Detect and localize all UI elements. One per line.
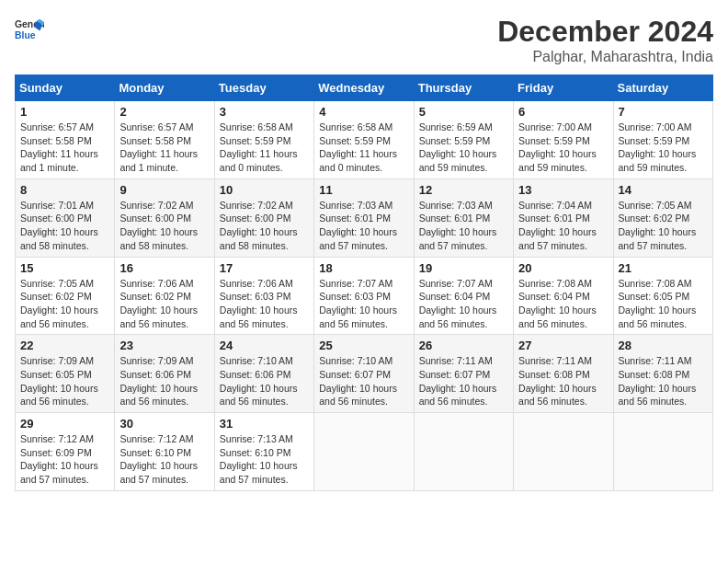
- calendar-header-tuesday: Tuesday: [214, 75, 313, 101]
- calendar-cell: 30Sunrise: 7:12 AMSunset: 6:10 PMDayligh…: [115, 413, 214, 491]
- logo: General Blue: [15, 15, 44, 44]
- day-info: Sunrise: 7:10 AMSunset: 6:07 PMDaylight:…: [319, 354, 408, 408]
- day-number: 30: [119, 417, 209, 431]
- day-number: 8: [20, 183, 109, 197]
- day-number: 15: [20, 261, 109, 275]
- day-number: 21: [619, 261, 708, 275]
- calendar-header-row: SundayMondayTuesdayWednesdayThursdayFrid…: [16, 75, 713, 101]
- calendar-cell: 11Sunrise: 7:03 AMSunset: 6:01 PMDayligh…: [314, 178, 414, 257]
- svg-text:Blue: Blue: [15, 30, 36, 40]
- calendar-cell: 27Sunrise: 7:11 AMSunset: 6:08 PMDayligh…: [514, 335, 613, 413]
- day-info: Sunrise: 6:57 AMSunset: 5:58 PMDaylight:…: [20, 121, 109, 175]
- day-number: 20: [518, 261, 608, 275]
- day-number: 2: [119, 105, 209, 119]
- day-info: Sunrise: 6:59 AMSunset: 5:59 PMDaylight:…: [419, 121, 508, 175]
- calendar-header-sunday: Sunday: [16, 75, 115, 101]
- day-number: 13: [518, 183, 608, 197]
- calendar-header-monday: Monday: [115, 75, 214, 101]
- day-info: Sunrise: 7:00 AMSunset: 5:59 PMDaylight:…: [518, 121, 608, 175]
- day-number: 31: [220, 417, 309, 431]
- calendar-cell: 17Sunrise: 7:06 AMSunset: 6:03 PMDayligh…: [214, 257, 313, 335]
- calendar-header-saturday: Saturday: [613, 75, 712, 101]
- calendar-cell: 24Sunrise: 7:10 AMSunset: 6:06 PMDayligh…: [214, 335, 313, 413]
- calendar-cell: [514, 413, 613, 491]
- day-number: 29: [20, 417, 109, 431]
- main-title: December 2024: [497, 15, 713, 49]
- day-info: Sunrise: 7:03 AMSunset: 6:01 PMDaylight:…: [419, 199, 508, 253]
- calendar-cell: 2Sunrise: 6:57 AMSunset: 5:58 PMDaylight…: [115, 101, 214, 179]
- day-number: 6: [518, 105, 608, 119]
- day-info: Sunrise: 7:08 AMSunset: 6:04 PMDaylight:…: [518, 277, 608, 331]
- day-number: 10: [220, 183, 309, 197]
- day-number: 18: [319, 261, 408, 275]
- day-info: Sunrise: 7:11 AMSunset: 6:08 PMDaylight:…: [518, 354, 608, 408]
- calendar-cell: 6Sunrise: 7:00 AMSunset: 5:59 PMDaylight…: [514, 101, 613, 179]
- day-info: Sunrise: 7:11 AMSunset: 6:07 PMDaylight:…: [419, 354, 508, 408]
- title-block: December 2024 Palghar, Maharashtra, Indi…: [497, 15, 713, 65]
- day-number: 28: [619, 339, 708, 352]
- calendar-cell: 28Sunrise: 7:11 AMSunset: 6:08 PMDayligh…: [613, 335, 712, 413]
- day-info: Sunrise: 6:58 AMSunset: 5:59 PMDaylight:…: [319, 121, 408, 175]
- calendar-cell: 22Sunrise: 7:09 AMSunset: 6:05 PMDayligh…: [16, 335, 115, 413]
- day-number: 14: [619, 183, 708, 197]
- calendar-cell: 7Sunrise: 7:00 AMSunset: 5:59 PMDaylight…: [613, 101, 712, 179]
- day-number: 9: [119, 183, 209, 197]
- day-info: Sunrise: 7:13 AMSunset: 6:10 PMDaylight:…: [220, 432, 309, 487]
- day-number: 17: [220, 261, 309, 275]
- calendar-cell: 14Sunrise: 7:05 AMSunset: 6:02 PMDayligh…: [613, 178, 712, 257]
- day-info: Sunrise: 7:07 AMSunset: 6:03 PMDaylight:…: [319, 277, 408, 331]
- day-number: 16: [119, 261, 209, 275]
- day-number: 27: [518, 339, 608, 352]
- calendar-cell: 3Sunrise: 6:58 AMSunset: 5:59 PMDaylight…: [214, 101, 313, 179]
- calendar-cell: 19Sunrise: 7:07 AMSunset: 6:04 PMDayligh…: [414, 257, 513, 335]
- day-info: Sunrise: 7:00 AMSunset: 5:59 PMDaylight:…: [619, 121, 708, 175]
- calendar-header-friday: Friday: [514, 75, 613, 101]
- calendar-cell: 29Sunrise: 7:12 AMSunset: 6:09 PMDayligh…: [16, 413, 115, 491]
- calendar-cell: 18Sunrise: 7:07 AMSunset: 6:03 PMDayligh…: [314, 257, 414, 335]
- calendar-cell: 4Sunrise: 6:58 AMSunset: 5:59 PMDaylight…: [314, 101, 414, 179]
- calendar-cell: 31Sunrise: 7:13 AMSunset: 6:10 PMDayligh…: [214, 413, 313, 491]
- calendar-cell: 8Sunrise: 7:01 AMSunset: 6:00 PMDaylight…: [16, 178, 115, 257]
- calendar-week-row: 29Sunrise: 7:12 AMSunset: 6:09 PMDayligh…: [16, 413, 713, 491]
- day-info: Sunrise: 7:01 AMSunset: 6:00 PMDaylight:…: [20, 199, 109, 253]
- calendar-cell: 5Sunrise: 6:59 AMSunset: 5:59 PMDaylight…: [414, 101, 513, 179]
- day-info: Sunrise: 7:06 AMSunset: 6:02 PMDaylight:…: [119, 277, 209, 331]
- day-number: 24: [220, 339, 309, 352]
- calendar-cell: 12Sunrise: 7:03 AMSunset: 6:01 PMDayligh…: [414, 178, 513, 257]
- subtitle: Palghar, Maharashtra, India: [497, 49, 713, 65]
- calendar-table: SundayMondayTuesdayWednesdayThursdayFrid…: [15, 75, 713, 491]
- logo-icon: General Blue: [15, 15, 44, 44]
- day-number: 23: [119, 339, 209, 352]
- calendar-cell: 21Sunrise: 7:08 AMSunset: 6:05 PMDayligh…: [613, 257, 712, 335]
- day-info: Sunrise: 7:06 AMSunset: 6:03 PMDaylight:…: [220, 277, 309, 331]
- calendar-cell: 23Sunrise: 7:09 AMSunset: 6:06 PMDayligh…: [115, 335, 214, 413]
- calendar-cell: [314, 413, 414, 491]
- day-info: Sunrise: 7:12 AMSunset: 6:09 PMDaylight:…: [20, 432, 109, 487]
- day-number: 5: [419, 105, 508, 119]
- calendar-cell: 13Sunrise: 7:04 AMSunset: 6:01 PMDayligh…: [514, 178, 613, 257]
- day-info: Sunrise: 7:09 AMSunset: 6:05 PMDaylight:…: [20, 354, 109, 408]
- day-number: 7: [619, 105, 708, 119]
- calendar-cell: 10Sunrise: 7:02 AMSunset: 6:00 PMDayligh…: [214, 178, 313, 257]
- day-number: 11: [319, 183, 408, 197]
- day-number: 12: [419, 183, 508, 197]
- calendar-week-row: 22Sunrise: 7:09 AMSunset: 6:05 PMDayligh…: [16, 335, 713, 413]
- calendar-week-row: 1Sunrise: 6:57 AMSunset: 5:58 PMDaylight…: [16, 101, 713, 179]
- day-info: Sunrise: 6:58 AMSunset: 5:59 PMDaylight:…: [220, 121, 309, 175]
- calendar-cell: 15Sunrise: 7:05 AMSunset: 6:02 PMDayligh…: [16, 257, 115, 335]
- calendar-header-wednesday: Wednesday: [314, 75, 414, 101]
- calendar-cell: 26Sunrise: 7:11 AMSunset: 6:07 PMDayligh…: [414, 335, 513, 413]
- calendar-cell: 20Sunrise: 7:08 AMSunset: 6:04 PMDayligh…: [514, 257, 613, 335]
- calendar-cell: 1Sunrise: 6:57 AMSunset: 5:58 PMDaylight…: [16, 101, 115, 179]
- day-number: 25: [319, 339, 408, 352]
- day-info: Sunrise: 7:05 AMSunset: 6:02 PMDaylight:…: [20, 277, 109, 331]
- day-number: 1: [20, 105, 109, 119]
- calendar-cell: 25Sunrise: 7:10 AMSunset: 6:07 PMDayligh…: [314, 335, 414, 413]
- day-number: 3: [220, 105, 309, 119]
- calendar-week-row: 8Sunrise: 7:01 AMSunset: 6:00 PMDaylight…: [16, 178, 713, 257]
- day-info: Sunrise: 7:02 AMSunset: 6:00 PMDaylight:…: [119, 199, 209, 253]
- calendar-cell: [414, 413, 513, 491]
- day-info: Sunrise: 7:03 AMSunset: 6:01 PMDaylight:…: [319, 199, 408, 253]
- calendar-cell: 16Sunrise: 7:06 AMSunset: 6:02 PMDayligh…: [115, 257, 214, 335]
- day-info: Sunrise: 7:08 AMSunset: 6:05 PMDaylight:…: [619, 277, 708, 331]
